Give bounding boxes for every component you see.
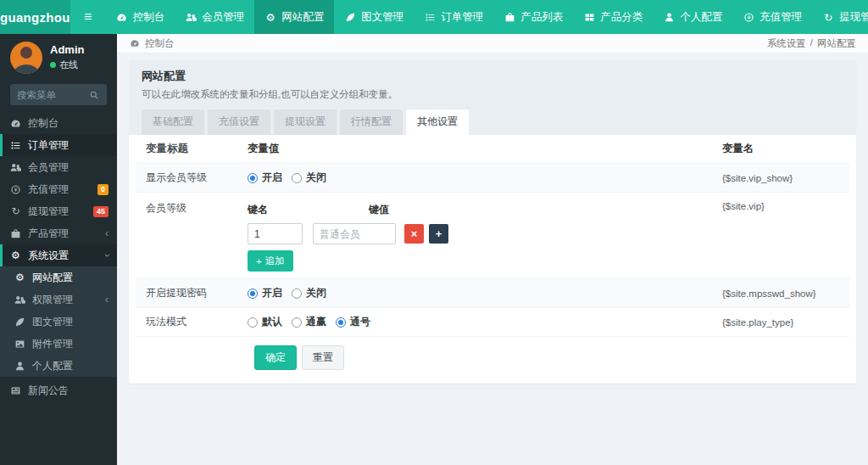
- sidebar-item-label: 产品管理: [28, 227, 69, 241]
- sidebar-item-dashboard[interactable]: 控制台: [0, 112, 117, 134]
- add-row-button[interactable]: +: [429, 224, 448, 244]
- sidebar-item-products[interactable]: 产品管理 ‹: [0, 222, 117, 244]
- online-status-label: 在线: [59, 59, 78, 71]
- nav-item-withdraw[interactable]: ↻ 提现管理: [812, 0, 868, 34]
- breadcrumb-left-label: 控制台: [145, 37, 175, 50]
- col-header-name: 变量名: [722, 142, 849, 156]
- submit-button[interactable]: 确定: [254, 345, 297, 370]
- col-header-title: 变量标题: [136, 142, 248, 156]
- kv-value-input[interactable]: [313, 223, 396, 244]
- users-icon: [185, 11, 197, 23]
- nav-item-recharge[interactable]: ¥ 充值管理: [732, 0, 812, 34]
- vip-kv-editor: 键名 键值 × + + 追加: [248, 201, 722, 272]
- search-icon: [88, 89, 100, 101]
- avatar[interactable]: [10, 42, 42, 74]
- users-icon: [14, 294, 25, 305]
- sidebar-item-label: 控制台: [28, 116, 58, 131]
- nav-item-site-config[interactable]: ⚙ 网站配置: [254, 0, 334, 34]
- main-area: 控制台 系统设置 / 网站配置 网站配置 可以在此增改系统的变量和分组,也可以自…: [117, 34, 868, 465]
- kv-value-header: 键值: [369, 203, 389, 217]
- sidebar-item-system-settings[interactable]: ⚙ 系统设置 ‹: [0, 244, 117, 266]
- nav-item-profile[interactable]: 个人配置: [653, 0, 732, 34]
- vip-show-radio-group: 开启 关闭: [248, 171, 722, 185]
- nav-item-dashboard[interactable]: 控制台: [106, 0, 175, 34]
- sidebar-toggle-button[interactable]: ≡: [70, 0, 106, 34]
- recharge-badge: 0: [97, 184, 108, 195]
- panel-heading: 网站配置 可以在此增改系统的变量和分组,也可以自定义分组和变量。 基础配置 充值…: [129, 60, 856, 135]
- nav-item-label: 个人配置: [680, 10, 722, 25]
- user-icon: [14, 361, 25, 372]
- append-button[interactable]: + 追加: [248, 250, 293, 272]
- radio-label[interactable]: 通赢: [306, 315, 326, 329]
- image-icon: [14, 339, 25, 350]
- sidebar-user-name: Admin: [50, 43, 84, 56]
- reset-button[interactable]: 重置: [302, 345, 344, 370]
- variable-name: {$site.play_type}: [722, 317, 849, 328]
- sidebar-subitem-permissions[interactable]: 权限管理 ‹: [0, 289, 117, 311]
- svg-text:¥: ¥: [747, 14, 750, 20]
- sidebar-item-news[interactable]: 新闻公告: [0, 379, 117, 401]
- sidebar-subitem-attachments[interactable]: 附件管理: [0, 333, 117, 355]
- site-config-panel: 网站配置 可以在此增改系统的变量和分组,也可以自定义分组和变量。 基础配置 充值…: [129, 60, 856, 384]
- nav-item-product-category[interactable]: 产品分类: [573, 0, 653, 34]
- nav-item-orders[interactable]: 订单管理: [414, 0, 493, 34]
- sidebar-menu: 控制台 订单管理 会员管理 ¥ 充值管理 0 ↻ 提现管理 45 产品管理 ‹ …: [0, 112, 117, 266]
- leaf-icon: [344, 11, 356, 23]
- search-input[interactable]: [17, 90, 88, 100]
- radio-label[interactable]: 开启: [262, 286, 282, 300]
- sidebar-item-withdraw[interactable]: ↻ 提现管理 45: [0, 200, 117, 222]
- radio-same-number[interactable]: [336, 317, 346, 328]
- radio-label[interactable]: 开启: [262, 171, 282, 185]
- tab-other-settings[interactable]: 其他设置: [406, 109, 469, 135]
- radio-off[interactable]: [292, 289, 302, 299]
- radio-win-all[interactable]: [292, 317, 302, 328]
- sidebar-menu-bottom: 新闻公告: [0, 379, 117, 401]
- tab-recharge-settings[interactable]: 充值设置: [208, 109, 270, 135]
- nav-item-label: 产品列表: [520, 10, 563, 25]
- nav-item-label: 提现管理: [839, 10, 868, 25]
- variable-name: {$site.vip_show}: [722, 173, 849, 183]
- radio-off[interactable]: [292, 173, 302, 183]
- tab-basic-config[interactable]: 基础配置: [142, 109, 204, 135]
- sidebar-item-orders[interactable]: 订单管理: [0, 134, 117, 156]
- tab-withdraw-settings[interactable]: 提现设置: [274, 109, 337, 135]
- nav-item-label: 控制台: [133, 10, 165, 25]
- radio-label[interactable]: 关闭: [306, 286, 326, 300]
- user-icon: [663, 11, 675, 23]
- sidebar-subitem-content[interactable]: 图文管理: [0, 311, 117, 333]
- coin-icon: ¥: [10, 184, 21, 195]
- tab-market-config[interactable]: 行情配置: [340, 109, 403, 135]
- radio-label[interactable]: 通号: [350, 315, 370, 329]
- nav-item-label: 订单管理: [441, 10, 483, 25]
- sidebar-submenu: ⚙ 网站配置 权限管理 ‹ 图文管理 附件管理 个人配置: [0, 266, 117, 377]
- sidebar-item-label: 图文管理: [32, 315, 73, 329]
- chevron-left-icon: ‹: [105, 294, 108, 305]
- breadcrumb-parent[interactable]: 系统设置: [767, 37, 806, 50]
- kv-key-input[interactable]: [248, 223, 303, 244]
- radio-label[interactable]: 关闭: [306, 171, 326, 185]
- leaf-icon: [14, 317, 25, 328]
- content: 网站配置 可以在此增改系统的变量和分组,也可以自定义分组和变量。 基础配置 充值…: [117, 53, 868, 390]
- radio-on[interactable]: [248, 289, 258, 299]
- sidebar-item-members[interactable]: 会员管理: [0, 156, 117, 178]
- breadcrumb-dashboard-link[interactable]: 控制台: [129, 37, 175, 50]
- nav-item-members[interactable]: 会员管理: [175, 0, 254, 34]
- brand-logo[interactable]: guangzhou: [0, 0, 70, 34]
- sidebar-subitem-site-config[interactable]: ⚙ 网站配置: [0, 266, 117, 289]
- plus-icon: +: [436, 227, 442, 240]
- sidebar-subitem-profile[interactable]: 个人配置: [0, 355, 117, 377]
- breadcrumb: 控制台 系统设置 / 网站配置: [117, 34, 868, 53]
- sidebar: Admin 在线 控制台 订单管理 会员管理 ¥ 充值管理 0 ↻: [0, 34, 117, 465]
- gear-icon: ⚙: [14, 272, 25, 283]
- radio-default[interactable]: [248, 317, 258, 328]
- sidebar-item-recharge[interactable]: ¥ 充值管理 0: [0, 178, 117, 200]
- refresh-icon: ↻: [822, 11, 834, 23]
- nav-item-content[interactable]: 图文管理: [334, 0, 414, 34]
- table-row: 玩法模式 默认 通赢 通号 {$site.play_type}: [136, 308, 849, 337]
- delete-row-button[interactable]: ×: [404, 224, 424, 244]
- radio-on[interactable]: [248, 173, 258, 183]
- radio-label[interactable]: 默认: [262, 315, 282, 329]
- append-label: 追加: [265, 255, 285, 267]
- form-footer: 确定 重置: [136, 337, 849, 384]
- nav-item-product-list[interactable]: 产品列表: [493, 0, 573, 34]
